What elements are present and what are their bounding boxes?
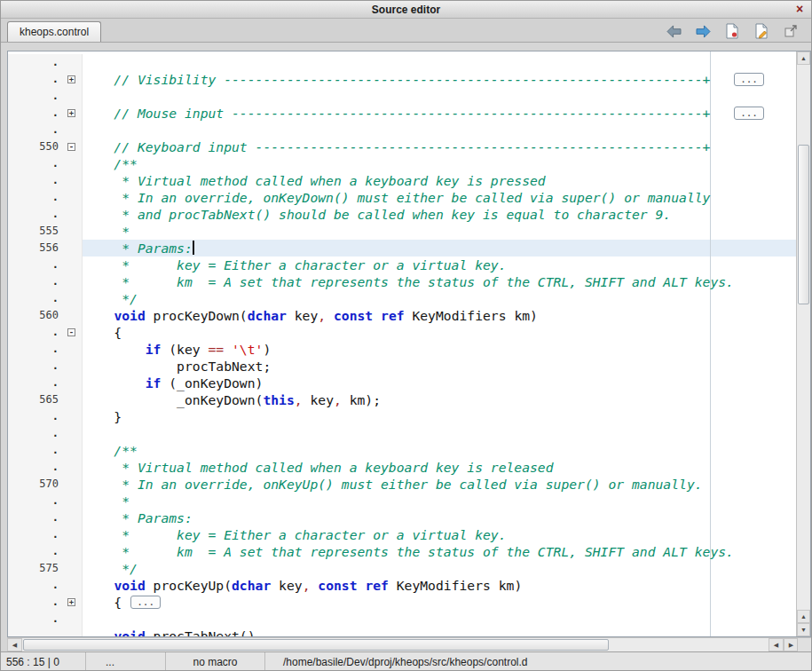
code-editor[interactable]: ..+ // Visibility ----------------------… <box>7 51 811 637</box>
code-line[interactable]: . <box>8 611 796 628</box>
code-line[interactable]: . * km = A set that represents the statu… <box>8 543 796 560</box>
code-text[interactable] <box>83 88 796 105</box>
code-text[interactable] <box>83 122 796 138</box>
collapsed-fold-box[interactable]: ... <box>734 107 764 120</box>
tab-kheops-control[interactable]: kheops.control <box>7 21 101 42</box>
collapsed-fold-box[interactable]: ... <box>130 596 161 609</box>
code-text[interactable]: {... <box>83 594 796 611</box>
code-line[interactable]: . * and procTabNext() should be called w… <box>8 206 796 223</box>
code-text[interactable]: * In an override, onKeyDown() must eithe… <box>83 189 796 206</box>
code-text[interactable]: * Virtual method called when a keyboard … <box>83 172 796 189</box>
code-text[interactable]: // Visibility --------------------------… <box>83 71 796 88</box>
code-text[interactable]: * <box>83 223 796 240</box>
scroll-down-button[interactable]: ▼ <box>797 623 810 636</box>
code-line[interactable]: . */ <box>8 290 796 307</box>
code-line[interactable]: 575 */ <box>8 560 796 577</box>
code-line[interactable]: 555 * <box>8 223 796 240</box>
code-line[interactable]: . <box>8 425 796 442</box>
close-button[interactable]: × <box>792 2 807 16</box>
code-text[interactable]: _onKeyDown(this, key, km); <box>83 391 796 408</box>
code-text[interactable]: * Params: <box>83 240 796 257</box>
code-text[interactable]: void procTabNext() <box>83 628 796 636</box>
code-line[interactable]: .+ // Visibility -----------------------… <box>8 71 796 88</box>
code-line[interactable]: 550- // Keyboard input -----------------… <box>8 138 796 155</box>
code-text[interactable]: * key = Either a character or a virtual … <box>83 526 796 543</box>
horizontal-scroll-track[interactable] <box>22 638 769 651</box>
horizontal-scroll-thumb[interactable] <box>23 639 609 651</box>
fold-expand-icon[interactable]: + <box>67 75 75 83</box>
code-line[interactable]: . <box>8 122 796 138</box>
scroll-up-button[interactable]: ▲ <box>797 51 810 65</box>
code-text[interactable]: */ <box>83 560 796 577</box>
horizontal-scrollbar[interactable]: ◀ ◀ ▶ <box>7 637 799 651</box>
detach-button[interactable] <box>782 22 800 40</box>
code-line[interactable]: . /** <box>8 155 796 172</box>
code-area[interactable]: ..+ // Visibility ----------------------… <box>8 51 796 636</box>
scroll-left-button[interactable]: ◀ <box>7 638 22 651</box>
code-text[interactable]: } <box>83 408 796 425</box>
code-line[interactable]: . if (_onKeyDown) <box>8 375 796 391</box>
code-line[interactable]: . /** <box>8 442 796 459</box>
code-text[interactable]: // Mouse input -------------------------… <box>83 105 796 122</box>
code-text[interactable]: * km = A set that represents the status … <box>83 273 796 290</box>
code-text[interactable]: /** <box>83 442 796 459</box>
code-text[interactable]: void procKeyDown(dchar key, const ref Ke… <box>83 307 796 324</box>
document-orange-button[interactable] <box>753 22 770 40</box>
code-text[interactable]: * and procTabNext() should be called whe… <box>83 206 796 223</box>
code-text[interactable]: // Keyboard input ----------------------… <box>83 138 796 155</box>
code-line[interactable]: . * key = Either a character or a virtua… <box>8 257 796 273</box>
go-back-button[interactable] <box>665 22 682 40</box>
fold-collapse-icon[interactable]: - <box>67 328 75 336</box>
code-text[interactable]: procTabNext; <box>83 358 796 375</box>
code-line[interactable]: .+ {... <box>8 594 796 611</box>
code-line[interactable]: . void procKeyUp(dchar key, const ref Ke… <box>8 577 796 594</box>
code-token: key <box>271 578 302 593</box>
code-line[interactable]: . if (key == '\t') <box>8 341 796 358</box>
collapsed-fold-box[interactable]: ... <box>734 73 764 86</box>
code-line[interactable]: 565 _onKeyDown(this, key, km); <box>8 391 796 408</box>
code-line[interactable]: 556 * Params: <box>8 240 796 257</box>
code-line[interactable]: . procTabNext; <box>8 358 796 375</box>
fold-expand-icon[interactable]: + <box>67 109 75 117</box>
code-text[interactable]: */ <box>83 290 796 307</box>
code-line[interactable]: . } <box>8 408 796 425</box>
code-text[interactable]: void procKeyUp(dchar key, const ref KeyM… <box>83 577 796 594</box>
code-line[interactable]: . * km = A set that represents the statu… <box>8 273 796 290</box>
code-text[interactable]: * km = A set that represents the status … <box>83 543 796 560</box>
code-line[interactable]: 560 void procKeyDown(dchar key, const re… <box>8 307 796 324</box>
code-line[interactable]: . * Virtual method called when a keyboar… <box>8 459 796 476</box>
code-line[interactable]: .+ // Mouse input ----------------------… <box>8 105 796 122</box>
code-line[interactable]: . * <box>8 493 796 509</box>
code-line[interactable]: . * In an override, onKeyDown() must eit… <box>8 189 796 206</box>
fold-collapse-icon[interactable]: - <box>67 143 75 151</box>
document-red-button[interactable] <box>723 22 741 40</box>
code-line[interactable]: . * Params: <box>8 509 796 526</box>
code-line[interactable]: . <box>8 54 796 71</box>
code-line[interactable]: 570 * In an override, onKeyUp() must eit… <box>8 476 796 493</box>
code-text[interactable]: { <box>83 324 796 341</box>
code-line[interactable]: . * Virtual method called when a keyboar… <box>8 172 796 189</box>
code-text[interactable]: if (key == '\t') <box>83 341 796 358</box>
code-text[interactable]: * <box>83 493 796 509</box>
vertical-scroll-track[interactable] <box>797 65 810 610</box>
code-text[interactable] <box>83 54 796 71</box>
code-text[interactable] <box>83 425 796 442</box>
code-text[interactable]: * Virtual method called when a keyboard … <box>83 459 796 476</box>
vertical-scrollbar[interactable]: ▲ ▲ ▼ <box>796 51 810 636</box>
fold-expand-icon[interactable]: + <box>67 598 75 606</box>
code-text[interactable]: * In an override, onKeyUp() must either … <box>83 476 796 493</box>
code-line[interactable]: .- { <box>8 324 796 341</box>
code-text[interactable]: * Params: <box>83 509 796 526</box>
code-text[interactable]: /** <box>83 155 796 172</box>
vertical-scroll-thumb[interactable] <box>798 145 809 304</box>
code-line[interactable]: . <box>8 88 796 105</box>
scroll-left-button-2[interactable]: ◀ <box>769 638 784 651</box>
code-text[interactable]: * key = Either a character or a virtual … <box>83 257 796 273</box>
code-line[interactable]: . * key = Either a character or a virtua… <box>8 526 796 543</box>
code-line[interactable]: . void procTabNext() <box>8 628 796 636</box>
code-text[interactable] <box>83 611 796 628</box>
fold-gutter: - <box>61 138 83 155</box>
scroll-up-button-2[interactable]: ▲ <box>797 610 810 623</box>
go-forward-button[interactable] <box>694 22 712 40</box>
code-text[interactable]: if (_onKeyDown) <box>83 375 796 391</box>
